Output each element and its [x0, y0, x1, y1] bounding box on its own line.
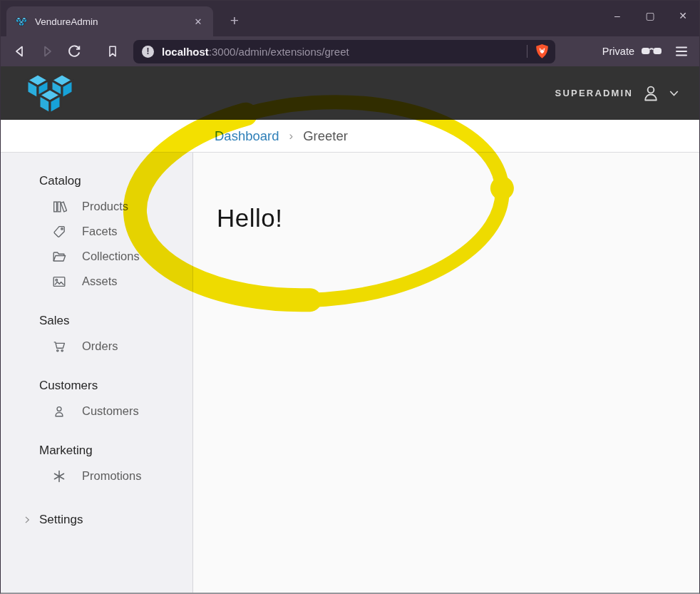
- tab-strip: VendureAdmin ✕ + – ▢ ✕: [1, 1, 699, 36]
- breadcrumb: Dashboard › Greeter: [1, 120, 699, 153]
- bookmark-icon: [105, 44, 120, 58]
- bookmark-button[interactable]: [99, 39, 126, 63]
- user-menu[interactable]: SUPERADMIN: [555, 83, 679, 104]
- user-icon: [640, 83, 662, 104]
- tab-close-icon[interactable]: ✕: [190, 14, 206, 29]
- breadcrumb-dashboard-link[interactable]: Dashboard: [215, 128, 279, 144]
- sidebar-section-sales: Sales Orders: [1, 314, 192, 359]
- tab-title: VendureAdmin: [35, 16, 190, 27]
- tag-icon: [51, 224, 67, 240]
- library-icon: [51, 199, 67, 215]
- url-text: localhost:3000/admin/extensions/greet: [162, 46, 520, 58]
- sidebar: Catalog Products Facets: [1, 153, 193, 594]
- section-title-customers: Customers: [1, 379, 192, 393]
- breadcrumb-current: Greeter: [303, 128, 348, 144]
- browser-toolbar: ! localhost:3000/admin/extensions/greet …: [1, 36, 699, 66]
- sidebar-item-facets[interactable]: Facets: [1, 219, 192, 244]
- browser-window: VendureAdmin ✕ + – ▢ ✕: [0, 0, 700, 594]
- maximize-button[interactable]: ▢: [634, 1, 666, 31]
- sidebar-item-orders[interactable]: Orders: [1, 334, 192, 359]
- private-label: Private: [602, 46, 634, 57]
- sidebar-item-collections[interactable]: Collections: [1, 244, 192, 269]
- sunglasses-icon: [641, 47, 662, 56]
- url-divider: [527, 45, 527, 58]
- user-icon: [51, 404, 67, 419]
- private-badge: Private: [602, 46, 662, 57]
- main-content: Hello!: [193, 153, 699, 594]
- sidebar-item-settings[interactable]: Settings: [1, 513, 192, 527]
- back-button[interactable]: [6, 39, 34, 63]
- minimize-button[interactable]: –: [601, 1, 634, 31]
- asterisk-icon: [51, 468, 67, 484]
- section-title-marketing: Marketing: [1, 444, 192, 458]
- admin-header: SUPERADMIN: [1, 66, 699, 120]
- sidebar-item-customers[interactable]: Customers: [1, 399, 192, 424]
- sidebar-item-label: Products: [82, 200, 128, 213]
- menu-button[interactable]: [675, 46, 688, 57]
- greeting-heading: Hello!: [217, 204, 699, 232]
- site-info-icon[interactable]: !: [142, 46, 154, 58]
- sidebar-item-assets[interactable]: Assets: [1, 269, 192, 294]
- sidebar-item-label: Assets: [82, 275, 118, 288]
- section-title-sales: Sales: [1, 314, 192, 328]
- breadcrumb-separator: ›: [289, 129, 294, 143]
- sidebar-section-customers: Customers Customers: [1, 379, 192, 424]
- section-title-catalog: Catalog: [1, 174, 192, 188]
- vendure-logo[interactable]: [22, 68, 78, 118]
- url-host: localhost: [162, 46, 209, 58]
- sidebar-item-label: Customers: [82, 404, 139, 418]
- folder-icon: [51, 249, 67, 265]
- tab-vendure-admin[interactable]: VendureAdmin ✕: [6, 6, 213, 36]
- cart-icon: [51, 339, 67, 354]
- hamburger-icon: [675, 46, 688, 57]
- sidebar-item-label: Promotions: [82, 469, 141, 483]
- forward-icon: [39, 43, 55, 59]
- sidebar-item-label: Orders: [82, 339, 118, 353]
- close-button[interactable]: ✕: [666, 1, 699, 31]
- url-bar[interactable]: ! localhost:3000/admin/extensions/greet: [133, 40, 555, 63]
- window-controls: – ▢ ✕: [601, 1, 699, 31]
- url-path: :3000/admin/extensions/greet: [209, 46, 349, 58]
- vendure-favicon-icon: [15, 16, 28, 28]
- username-label: SUPERADMIN: [555, 88, 633, 98]
- forward-button[interactable]: [34, 39, 61, 63]
- back-icon: [12, 43, 28, 59]
- sidebar-item-label: Collections: [82, 250, 140, 263]
- chevron-down-icon: [669, 89, 679, 98]
- sidebar-item-products[interactable]: Products: [1, 194, 192, 219]
- settings-label: Settings: [39, 513, 83, 527]
- brave-shield-icon[interactable]: [535, 43, 550, 60]
- image-icon: [51, 274, 67, 290]
- reload-icon: [66, 43, 82, 59]
- sidebar-section-marketing: Marketing Promotions: [1, 444, 192, 488]
- admin-body: Catalog Products Facets: [1, 153, 699, 594]
- new-tab-button[interactable]: +: [225, 11, 245, 31]
- chevron-right-icon: [22, 515, 32, 525]
- reload-button[interactable]: [61, 39, 88, 63]
- sidebar-section-catalog: Catalog Products Facets: [1, 174, 192, 294]
- sidebar-item-label: Facets: [82, 225, 118, 238]
- sidebar-item-promotions[interactable]: Promotions: [1, 464, 192, 488]
